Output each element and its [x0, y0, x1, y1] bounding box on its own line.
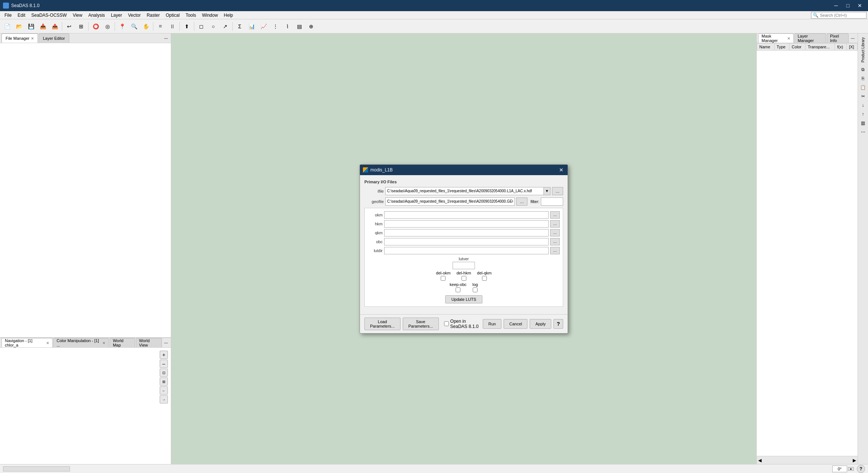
toolbar-linechart[interactable]: 📈 — [258, 21, 269, 32]
menu-vector[interactable]: Vector — [125, 11, 144, 19]
right-panel-scroll-right[interactable]: ▶ — [853, 458, 856, 463]
app-close-button[interactable]: ✕ — [855, 1, 865, 10]
run-button[interactable]: Run — [483, 319, 501, 329]
toolbar-square[interactable]: ◻ — [196, 21, 207, 32]
bottom-left-panel-close[interactable]: ─ — [163, 340, 169, 346]
qkm-input[interactable] — [384, 229, 549, 236]
menu-optical[interactable]: Optical — [163, 11, 182, 19]
tab-world-view[interactable]: World View — [136, 338, 162, 347]
ifile-input[interactable]: C:\seadas\Aqua09_requested_files_1\reque… — [385, 187, 551, 195]
toolbar-zoom[interactable]: 🔍 — [128, 21, 140, 32]
toolbar-arrow[interactable]: ↗ — [220, 21, 231, 32]
toolbar-undo[interactable]: ↩ — [64, 21, 75, 32]
zoom-expand-button[interactable]: ⊞ — [160, 377, 168, 386]
help-button[interactable]: ? — [553, 319, 563, 329]
toolbar-profile[interactable]: ⌇ — [282, 21, 293, 32]
tab-file-manager-close[interactable]: ✕ — [31, 36, 34, 41]
tab-pixel-info[interactable]: Pixel Info — [827, 33, 849, 43]
zoom-in-button[interactable]: + — [160, 351, 168, 359]
lutver-input[interactable] — [453, 262, 475, 269]
toolbar-export2[interactable]: ⬆ — [181, 21, 192, 32]
menu-window[interactable]: Window — [199, 11, 221, 19]
menu-file[interactable]: File — [1, 11, 15, 19]
zoom-prev-button[interactable]: ← — [160, 386, 168, 395]
ifile-dropdown-arrow[interactable]: ▼ — [543, 187, 550, 195]
minimize-button[interactable]: ─ — [831, 1, 841, 10]
keep-obc-checkbox[interactable] — [456, 287, 460, 292]
toolbar-move[interactable]: ✋ — [140, 21, 151, 32]
sidebar-copy-btn[interactable]: ⎘ — [859, 74, 867, 83]
zoom-fit-button[interactable]: ⊡ — [160, 369, 168, 377]
search-input[interactable] — [820, 13, 865, 17]
menu-tools[interactable]: Tools — [183, 11, 199, 19]
menu-edit[interactable]: Edit — [15, 11, 28, 19]
ifile-browse-button[interactable]: … — [552, 187, 563, 195]
toolbar-export[interactable]: 📤 — [49, 21, 60, 32]
apply-button[interactable]: Apply — [530, 319, 551, 329]
toolbar-new[interactable]: 📄 — [1, 21, 13, 32]
toolbar-import[interactable]: 📥 — [37, 21, 48, 32]
hkm-browse-button[interactable]: … — [550, 220, 560, 228]
hkm-input[interactable] — [384, 220, 549, 228]
update-luts-button[interactable]: Update LUTS — [445, 295, 483, 303]
geofile-browse-button[interactable]: … — [516, 197, 527, 206]
sidebar-cut-btn[interactable]: ✂ — [859, 92, 867, 100]
toolbar-ring[interactable]: ◎ — [102, 21, 113, 32]
tab-mask-manager-close[interactable]: ✕ — [787, 36, 790, 41]
menu-analysis[interactable]: Analysis — [85, 11, 108, 19]
zoom-next-button[interactable]: → — [160, 395, 168, 403]
log-checkbox[interactable] — [473, 287, 478, 292]
toolbar-chart[interactable]: 📊 — [246, 21, 257, 32]
sidebar-more-btn[interactable]: ⋯ — [859, 128, 867, 136]
menu-seadas-ocssw[interactable]: SeaDAS-OCSSW — [28, 11, 70, 19]
left-panel-close[interactable]: ─ — [163, 35, 169, 41]
okm-browse-button[interactable]: … — [550, 211, 560, 219]
right-panel-scroll-left[interactable]: ◀ — [758, 458, 762, 463]
sidebar-export-btn[interactable]: ↑ — [859, 110, 867, 118]
menu-view[interactable]: View — [70, 11, 85, 19]
tab-world-map[interactable]: World Map — [109, 338, 135, 347]
del-okm-checkbox[interactable] — [441, 276, 446, 281]
tab-navigation-close[interactable]: ✕ — [46, 341, 49, 345]
maximize-button[interactable]: □ — [843, 1, 853, 10]
toolbar-hist[interactable]: ▤ — [294, 21, 305, 32]
degree-up-button[interactable]: ▲ — [848, 467, 854, 471]
save-parameters-button[interactable]: Save Parameters... — [403, 318, 439, 330]
tab-mask-manager[interactable]: Mask Manager ✕ — [758, 33, 794, 43]
lutdir-browse-button[interactable]: … — [550, 247, 560, 254]
load-parameters-button[interactable]: Load Parameters... — [364, 318, 401, 330]
modal-close-button[interactable]: ✕ — [558, 167, 565, 173]
status-help-button[interactable]: ? — [857, 465, 865, 473]
geofile-input[interactable] — [385, 197, 515, 206]
zoom-out-button[interactable]: – — [160, 360, 168, 368]
right-panel-close[interactable]: ─ — [849, 35, 856, 41]
open-in-seadas-checkbox[interactable] — [444, 321, 449, 326]
degree-input[interactable] — [832, 466, 847, 472]
tab-navigation[interactable]: Navigation - [1] chlor_a ✕ — [1, 338, 52, 347]
cancel-button[interactable]: Cancel — [504, 319, 527, 329]
obc-input[interactable] — [384, 238, 549, 245]
del-hkm-checkbox[interactable] — [462, 276, 466, 281]
filter-input[interactable] — [541, 197, 563, 206]
menu-help[interactable]: Help — [221, 11, 236, 19]
sidebar-paste-btn[interactable]: 📋 — [859, 83, 867, 91]
toolbar-circle2[interactable]: ○ — [208, 21, 219, 32]
toolbar-pin[interactable]: 📍 — [117, 21, 128, 32]
sidebar-product-library-btn[interactable]: Product Library — [860, 35, 866, 65]
toolbar-more[interactable]: ⊕ — [306, 21, 317, 32]
toolbar-sigma[interactable]: Σ — [234, 21, 245, 32]
okm-input[interactable] — [384, 211, 549, 219]
menu-raster[interactable]: Raster — [144, 11, 163, 19]
toolbar-circle[interactable]: ⭕ — [90, 21, 101, 32]
sidebar-layers-btn[interactable]: ⧉ — [859, 65, 867, 74]
tab-layer-editor[interactable]: Layer Editor — [39, 33, 69, 43]
toolbar-dots[interactable]: ⁞⁞ — [167, 21, 178, 32]
toolbar-grid[interactable]: ⊞ — [76, 21, 87, 32]
qkm-browse-button[interactable]: … — [550, 229, 560, 236]
toolbar-open[interactable]: 📂 — [13, 21, 25, 32]
sidebar-mask-btn[interactable]: ▥ — [859, 119, 867, 127]
obc-browse-button[interactable]: … — [550, 238, 560, 245]
toolbar-scatter[interactable]: ⋮ — [270, 21, 281, 32]
toolbar-save[interactable]: 💾 — [25, 21, 36, 32]
menu-layer[interactable]: Layer — [108, 11, 125, 19]
